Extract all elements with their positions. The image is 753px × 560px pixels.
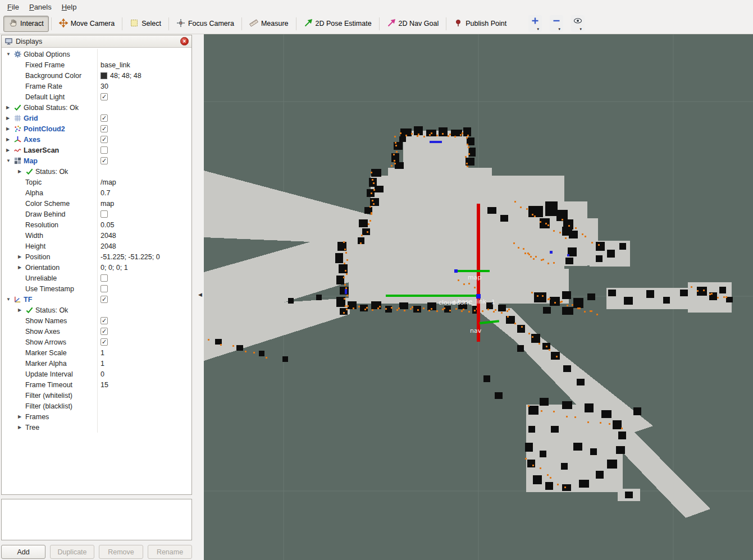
checkbox-unchecked[interactable] (101, 146, 108, 154)
expander-collapsed-icon[interactable]: ▶ (17, 425, 25, 430)
display-row-topic[interactable]: Topic/map (2, 177, 191, 187)
display-row-marker-scale[interactable]: Marker Scale1 (2, 347, 191, 358)
display-row-background-color[interactable]: Background Color48; 48; 48 (2, 70, 191, 81)
display-row-frame-rate[interactable]: Frame Rate30 (2, 81, 191, 91)
display-row-resolution[interactable]: Resolution0.05 (2, 219, 191, 230)
property-value[interactable] (97, 411, 191, 422)
checkbox-unchecked[interactable] (101, 274, 108, 282)
display-row-default-light[interactable]: Default Light✓ (2, 91, 191, 102)
menu-file[interactable]: File (2, 2, 24, 12)
expander-expanded-icon[interactable]: ▼ (5, 297, 13, 302)
display-row-use-timestamp[interactable]: Use Timestamp (2, 283, 191, 294)
property-value[interactable]: 0.7 (97, 187, 191, 198)
display-row-filter-whitelist[interactable]: Filter (whitelist) (2, 390, 191, 401)
display-row-show-arrows[interactable]: Show Arrows✓ (2, 337, 191, 347)
property-value[interactable] (97, 145, 191, 155)
property-value[interactable] (97, 422, 191, 433)
display-row-unreliable[interactable]: Unreliable (2, 273, 191, 283)
expander-expanded-icon[interactable]: ▼ (5, 158, 13, 163)
tool-publish-point-button[interactable]: Publish Point (449, 16, 512, 32)
add-button[interactable]: Add (1, 545, 45, 559)
property-value[interactable]: ✓ (97, 337, 191, 347)
checkbox-unchecked[interactable] (101, 210, 108, 218)
display-row-laserscan[interactable]: ▶LaserScan (2, 145, 191, 155)
property-value[interactable] (97, 305, 191, 315)
display-row-update-interval[interactable]: Update Interval0 (2, 369, 191, 379)
checkbox-checked[interactable]: ✓ (101, 296, 108, 303)
dropdown-arrow-icon[interactable]: ▼ (558, 27, 561, 31)
property-value[interactable]: -51.225; -51.225; 0 (97, 251, 191, 262)
3d-viewport[interactable]: mapnavcloudodombase_link1 (204, 34, 753, 560)
display-row-fixed-frame[interactable]: Fixed Framebase_link (2, 59, 191, 70)
tool-move-camera-button[interactable]: Move Camera (54, 16, 120, 32)
eye-button[interactable]: ▼ (571, 15, 585, 32)
property-value[interactable] (97, 102, 191, 113)
property-value[interactable] (97, 390, 191, 401)
property-value[interactable] (97, 401, 191, 411)
expander-collapsed-icon[interactable]: ▶ (5, 105, 13, 110)
close-panel-button[interactable]: × (180, 37, 189, 45)
display-row-height[interactable]: Height2048 (2, 241, 191, 251)
zoom-out-button[interactable]: ▼ (550, 15, 563, 32)
property-value[interactable]: ✓ (97, 134, 191, 145)
dropdown-arrow-icon[interactable]: ▼ (536, 27, 540, 31)
checkbox-checked[interactable]: ✓ (101, 125, 108, 132)
tool-2d-pose-estimate-button[interactable]: 2D Pose Estimate (299, 16, 377, 32)
property-value[interactable]: ✓ (97, 294, 191, 305)
panel-collapse-handle[interactable]: ◀ (198, 292, 202, 297)
property-value[interactable]: 1 (97, 347, 191, 358)
property-value[interactable]: ✓ (97, 113, 191, 123)
checkbox-checked[interactable]: ✓ (101, 338, 108, 346)
expander-collapsed-icon[interactable]: ▶ (17, 307, 25, 313)
property-value[interactable] (97, 283, 191, 294)
dropdown-arrow-icon[interactable]: ▼ (579, 27, 582, 31)
property-value[interactable]: base_link (97, 59, 191, 70)
display-row-position[interactable]: ▶Position-51.225; -51.225; 0 (2, 251, 191, 262)
tool-focus-camera-button[interactable]: Focus Camera (171, 16, 239, 32)
checkbox-checked[interactable]: ✓ (101, 93, 108, 100)
property-value[interactable]: 30 (97, 81, 191, 91)
zoom-in-button[interactable]: ▼ (528, 15, 542, 32)
expander-collapsed-icon[interactable]: ▶ (5, 126, 13, 131)
expander-collapsed-icon[interactable]: ▶ (5, 148, 13, 153)
display-row-orientation[interactable]: ▶Orientation0; 0; 0; 1 (2, 262, 191, 273)
property-value[interactable] (97, 273, 191, 283)
property-value[interactable]: ✓ (97, 123, 191, 134)
display-row-show-axes[interactable]: Show Axes✓ (2, 326, 191, 337)
checkbox-unchecked[interactable] (101, 285, 108, 292)
property-value[interactable]: ✓ (97, 315, 191, 326)
tool-measure-button[interactable]: Measure (244, 16, 294, 32)
property-value[interactable]: ✓ (97, 326, 191, 337)
displays-panel-header[interactable]: Displays × (2, 35, 191, 48)
display-row-status-ok[interactable]: ▶Status: Ok (2, 305, 191, 315)
property-value[interactable]: 0.05 (97, 219, 191, 230)
display-row-tree[interactable]: ▶Tree (2, 422, 191, 433)
tool-select-button[interactable]: Select (125, 16, 166, 32)
display-row-frame-timeout[interactable]: Frame Timeout15 (2, 379, 191, 390)
checkbox-checked[interactable]: ✓ (101, 136, 108, 143)
expander-collapsed-icon[interactable]: ▶ (17, 254, 25, 259)
property-value[interactable] (97, 49, 191, 59)
property-value[interactable]: ✓ (97, 155, 191, 166)
property-value[interactable]: 0; 0; 0; 1 (97, 262, 191, 273)
checkbox-checked[interactable]: ✓ (101, 157, 108, 164)
checkbox-checked[interactable]: ✓ (101, 317, 108, 324)
display-row-tf[interactable]: ▼TF✓ (2, 294, 191, 305)
property-value[interactable]: 2048 (97, 241, 191, 251)
menu-panels[interactable]: Panels (24, 2, 57, 12)
display-row-axes[interactable]: ▶Axes✓ (2, 134, 191, 145)
checkbox-checked[interactable]: ✓ (101, 328, 108, 335)
expander-expanded-icon[interactable]: ▼ (5, 52, 13, 57)
display-row-filter-blacklist[interactable]: Filter (blacklist) (2, 401, 191, 411)
property-value[interactable]: 48; 48; 48 (97, 70, 191, 81)
display-row-marker-alpha[interactable]: Marker Alpha1 (2, 358, 191, 369)
tool-interact-button[interactable]: Interact (3, 16, 49, 32)
render-view[interactable]: mapnavcloudodombase_link1 (204, 34, 753, 560)
property-value[interactable]: /map (97, 177, 191, 187)
tool-2d-nav-goal-button[interactable]: 2D Nav Goal (382, 16, 444, 32)
display-row-grid[interactable]: ▶Grid✓ (2, 113, 191, 123)
property-value[interactable]: 15 (97, 379, 191, 390)
property-value[interactable] (97, 209, 191, 219)
expander-collapsed-icon[interactable]: ▶ (17, 265, 25, 270)
display-row-draw-behind[interactable]: Draw Behind (2, 209, 191, 219)
